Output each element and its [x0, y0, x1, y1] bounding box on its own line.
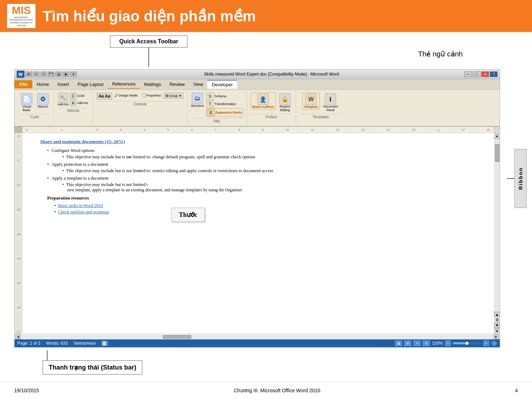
maximize-btn[interactable]: □	[473, 71, 481, 77]
statusbar-label-line	[47, 350, 48, 360]
transformation-btn[interactable]: T Transformation	[206, 100, 243, 108]
zoom-slider-thumb[interactable]	[465, 341, 469, 345]
title-window-controls: ─ □ ✕ ?	[464, 71, 498, 77]
menu-item-developer[interactable]: Developer	[207, 80, 237, 89]
com-addins-btn[interactable]: C COM	[70, 93, 88, 99]
ribbon-group-templates: W Template ℹ DocumentPanel Templates	[296, 91, 346, 125]
title-btn-2[interactable]: ↩	[33, 72, 39, 77]
document-panel-btn[interactable]: ℹ DocumentPanel	[322, 93, 339, 113]
qa-label-box: Quick Access Toolbar	[110, 35, 187, 48]
protect-group-content: 👤 Block Authors 🔒 RestrictEditing	[251, 93, 292, 113]
footer-chapter: Chương III. Microsoft Office Word 2010	[234, 388, 320, 393]
statusbar-label-box: Thanh trạng thái (Status bar)	[43, 360, 142, 375]
prep-link-2[interactable]: • Check spelling and grammar	[54, 209, 476, 215]
scroll-zoom-top[interactable]: ▲	[494, 312, 500, 317]
ribbon-group-protect: 👤 Block Authors 🔒 RestrictEditing Protec…	[247, 91, 296, 125]
context-annotation: Thẻ ngữ cảnh	[418, 50, 463, 58]
menu-item-review[interactable]: Review	[165, 80, 189, 88]
footer: 19/10/2015 Chương III. Microsoft Office …	[0, 382, 532, 399]
aa-btn[interactable]: Aa Aa	[97, 93, 112, 100]
group-btn[interactable]: ⊞Group ▼	[164, 93, 183, 99]
zoom-minus[interactable]: –	[445, 340, 451, 346]
scroll-zoom-bot[interactable]: ▼	[494, 322, 500, 328]
properties-btn[interactable]: 📋Properties	[140, 93, 163, 98]
menu-item-references[interactable]: References	[108, 80, 140, 89]
logo-area: MIS MANAGEMENT INFORMATION SYSTEMS BANKI…	[7, 4, 35, 28]
addins2-btn[interactable]: A Add-Ins	[70, 100, 88, 106]
ribbon-group-controls: Aa Aa 🖊Design Mode 📋Properties ⊞Group ▼ …	[93, 91, 187, 125]
title-btn-6[interactable]: ▶	[63, 72, 69, 77]
logo-box: MIS MANAGEMENT INFORMATION SYSTEMS BANKI…	[7, 4, 35, 28]
zoom-slider-track[interactable]	[453, 342, 481, 344]
view-btn-3[interactable]: ≡	[413, 340, 421, 346]
title-bar: W 🗁 ↩ ↪ 💾 🖨 ▶ ▼ Skills measured Word Exp…	[15, 70, 500, 79]
ribbon-group-code: 📄 VisualBasic ⚙ Macros Code	[16, 91, 54, 125]
title-btn-1[interactable]: 🗁	[26, 72, 32, 77]
zoom-plus[interactable]: ⊕	[491, 340, 497, 346]
doc-icon-indicator: 📝	[102, 341, 108, 346]
word-w-icon: W	[17, 71, 24, 78]
prep-link-1[interactable]: • Basic tasks in Word 2010	[54, 203, 476, 208]
scroll-right-btn[interactable]: ►	[493, 334, 499, 339]
bullet-3: • Apply a template to a document • This …	[47, 176, 476, 193]
view-btn-1[interactable]: ▦	[395, 340, 402, 346]
menu-item-mailings[interactable]: Mailings	[140, 80, 165, 88]
scroll-left-btn[interactable]: ◄	[15, 334, 21, 339]
scroll-up-btn[interactable]: ▲	[494, 133, 500, 139]
statusbar-annotation: Thanh trạng thái (Status bar)	[43, 350, 518, 375]
close-btn[interactable]: ✕	[481, 71, 489, 77]
menu-item-page-layout[interactable]: Page Layout	[73, 80, 108, 88]
design-mode-btn[interactable]: 🖊Design Mode	[113, 93, 139, 98]
document-template-btn[interactable]: W Template	[302, 93, 320, 110]
sub-bullet-3: • This objective may include but is not …	[62, 182, 242, 193]
scroll-down-btn[interactable]: ▼	[494, 328, 500, 334]
logo-subtext: MANAGEMENT INFORMATION SYSTEMS BANKING A…	[9, 16, 34, 27]
scroll-horiz-thumb[interactable]	[163, 335, 191, 339]
menu-item-file[interactable]: File	[15, 80, 32, 88]
view-btn-4[interactable]: ⧉	[423, 340, 430, 346]
visual-basic-btn[interactable]: 📄 VisualBasic	[20, 93, 34, 113]
title-btn-4[interactable]: 💾	[48, 72, 54, 77]
title-btn-5[interactable]: 🖨	[55, 72, 62, 77]
ribbon-groups-container: 📄 VisualBasic ⚙ Macros Code 🔧	[15, 91, 500, 125]
protect-group-label: Protect	[251, 114, 292, 119]
scroll-thumb[interactable]	[495, 144, 499, 162]
view-btn-2[interactable]: ⊞	[404, 340, 411, 346]
ribbon: 📄 VisualBasic ⚙ Macros Code 🔧	[15, 90, 500, 127]
header: MIS MANAGEMENT INFORMATION SYSTEMS BANKI…	[0, 0, 532, 32]
structure-btn[interactable]: 🗂 Structure	[191, 93, 204, 108]
bullet-2: • Apply protection to a document • This …	[47, 162, 476, 174]
menu-item-insert[interactable]: Insert	[53, 80, 73, 88]
scroll-horiz-track	[22, 335, 493, 339]
ribbon-label-box: Ribbon	[514, 149, 527, 208]
main-content: Quick Access Toolbar Thẻ ngữ cảnh Ribbon…	[0, 32, 532, 378]
expansion-packs-btn[interactable]: E Expansion Packs	[206, 108, 243, 117]
qa-arrow-line	[148, 48, 149, 67]
prep-label: Preparation resources	[47, 196, 476, 201]
help-btn[interactable]: ?	[490, 71, 498, 77]
thuoc-tooltip: Thước	[171, 208, 205, 222]
menu-item-home[interactable]: Home	[32, 80, 53, 88]
macros-btn[interactable]: ⚙ Macros	[36, 93, 50, 113]
bottom-scrollbar: ◄ ►	[15, 334, 500, 339]
menu-item-view[interactable]: View	[189, 80, 207, 88]
addins-group-content: 🔧 Add-Ins C COM A Add-Ins	[57, 93, 89, 106]
minimize-btn[interactable]: ─	[464, 71, 472, 77]
title-btn-7[interactable]: ▼	[70, 72, 77, 77]
code-group-label: Code	[20, 114, 50, 119]
controls-group-content: Aa Aa 🖊Design Mode 📋Properties ⊞Group ▼	[97, 93, 183, 100]
right-scrollbar: ▲ ▲ ▼ ▼	[494, 133, 500, 334]
zoom-minus-end[interactable]: –	[483, 340, 489, 346]
bullet-2-text: Apply protection to a document	[51, 162, 108, 167]
left-ruler: -9··-7·· -11··-12·· -13··-14·· -15··-16·…	[15, 133, 22, 334]
block-authors-btn[interactable]: 👤 Block Authors	[251, 93, 276, 110]
ruler: -2··1··2 ·3·4·5· 6·7·8·9 ·10·11·12· 13·1…	[15, 127, 500, 133]
restrict-editing-btn[interactable]: 🔒 RestrictEditing	[278, 93, 292, 113]
addins-btn[interactable]: 🔧 Add-Ins	[57, 93, 68, 106]
templates-group-content: W Template ℹ DocumentPanel	[302, 93, 339, 113]
schema-btn[interactable]: S Schema	[206, 93, 243, 100]
scroll-dot	[495, 318, 499, 322]
sub-bullet-2: • This objective may include but is not …	[62, 168, 273, 174]
title-btn-3[interactable]: ↪	[40, 72, 47, 77]
templates-group-label: Templates	[300, 114, 342, 119]
